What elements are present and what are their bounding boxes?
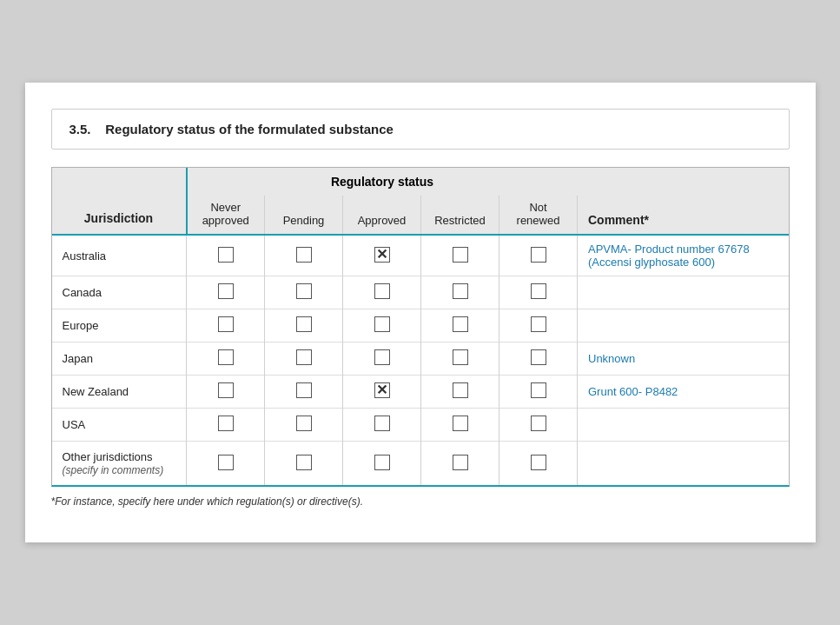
checkbox-not-renewed[interactable] (531, 416, 546, 431)
section-number: 3.5. (69, 122, 91, 136)
cell-jurisdiction: Japan (52, 342, 187, 376)
checkbox-pending[interactable] (296, 316, 312, 332)
section-title-text: Regulatory status of the formulated subs… (105, 122, 394, 136)
cell-pending[interactable] (265, 342, 343, 376)
cell-approved[interactable] (343, 235, 421, 276)
checkbox-pending[interactable] (296, 416, 312, 431)
checkbox-never-approved[interactable] (218, 382, 234, 398)
cell-restricted[interactable] (421, 376, 499, 409)
checkbox-never-approved[interactable] (218, 247, 234, 263)
checkbox-never-approved[interactable] (218, 416, 234, 431)
cell-not-renewed[interactable] (499, 376, 578, 409)
checkbox-restricted[interactable] (453, 455, 468, 470)
checkbox-not-renewed[interactable] (531, 455, 546, 470)
cell-not-renewed[interactable] (499, 342, 578, 376)
cell-comment (578, 309, 789, 342)
checkbox-restricted[interactable] (453, 247, 468, 263)
cell-approved[interactable] (343, 442, 421, 486)
checkbox-approved[interactable] (374, 416, 390, 431)
cell-restricted[interactable] (421, 309, 499, 342)
cell-comment: Grunt 600- P8482 (578, 376, 789, 409)
checkbox-never-approved[interactable] (218, 316, 234, 332)
checkbox-restricted[interactable] (453, 382, 468, 398)
checkbox-approved[interactable] (374, 283, 390, 299)
checkbox-never-approved[interactable] (218, 349, 234, 365)
cell-restricted[interactable] (421, 342, 499, 376)
page: 3.5. Regulatory status of the formulated… (25, 83, 816, 542)
checkbox-approved[interactable] (374, 247, 390, 263)
cell-approved[interactable] (343, 376, 421, 409)
checkbox-pending[interactable] (296, 247, 312, 263)
cell-never-approved[interactable] (187, 309, 265, 342)
checkbox-not-renewed[interactable] (531, 349, 546, 365)
checkbox-pending[interactable] (296, 349, 312, 365)
cell-not-renewed[interactable] (499, 309, 578, 342)
cell-not-renewed[interactable] (499, 409, 578, 442)
table-row: JapanUnknown (52, 342, 789, 376)
cell-never-approved[interactable] (187, 409, 265, 442)
cell-jurisdiction: Australia (52, 235, 187, 276)
checkbox-approved[interactable] (374, 316, 390, 332)
checkbox-pending[interactable] (296, 382, 312, 398)
footnote: *For instance, specify here under which … (51, 495, 790, 508)
cell-jurisdiction: Other jurisdictions(specify in comments) (52, 442, 187, 486)
cell-pending[interactable] (265, 409, 343, 442)
cell-comment (578, 442, 789, 486)
cell-approved[interactable] (343, 276, 421, 309)
cell-comment: APVMA- Product number 67678 (Accensi gly… (578, 235, 789, 276)
cell-comment (578, 276, 789, 309)
th-comment: Comment* (578, 168, 789, 235)
checkbox-pending[interactable] (296, 455, 312, 470)
checkbox-not-renewed[interactable] (531, 247, 546, 263)
table-row: Europe (52, 309, 789, 342)
th-regulatory-status-group: Regulatory status (187, 168, 578, 196)
cell-approved[interactable] (343, 309, 421, 342)
table-row: AustraliaAPVMA- Product number 67678 (Ac… (52, 235, 789, 276)
cell-pending[interactable] (265, 309, 343, 342)
cell-pending[interactable] (265, 442, 343, 486)
cell-never-approved[interactable] (187, 276, 265, 309)
cell-pending[interactable] (265, 235, 343, 276)
regulatory-table-container: Jurisdiction Regulatory status Comment* … (51, 167, 790, 487)
cell-restricted[interactable] (421, 442, 499, 486)
cell-restricted[interactable] (421, 235, 499, 276)
cell-not-renewed[interactable] (499, 276, 578, 309)
checkbox-not-renewed[interactable] (531, 316, 546, 332)
cell-never-approved[interactable] (187, 442, 265, 486)
cell-approved[interactable] (343, 342, 421, 376)
cell-jurisdiction: Europe (52, 309, 187, 342)
cell-never-approved[interactable] (187, 342, 265, 376)
cell-comment (578, 409, 789, 442)
cell-restricted[interactable] (421, 276, 499, 309)
cell-jurisdiction: New Zealand (52, 376, 187, 409)
cell-approved[interactable] (343, 409, 421, 442)
th-pending: Pending (265, 196, 343, 235)
cell-never-approved[interactable] (187, 376, 265, 409)
checkbox-not-renewed[interactable] (531, 283, 546, 299)
cell-pending[interactable] (265, 376, 343, 409)
checkbox-restricted[interactable] (453, 316, 468, 332)
cell-jurisdiction: USA (52, 409, 187, 442)
th-approved: Approved (343, 196, 421, 235)
cell-restricted[interactable] (421, 409, 499, 442)
table-row: Canada (52, 276, 789, 309)
checkbox-not-renewed[interactable] (531, 382, 546, 398)
th-never-approved: Never approved (187, 196, 265, 235)
cell-not-renewed[interactable] (499, 442, 578, 486)
cell-pending[interactable] (265, 276, 343, 309)
checkbox-approved[interactable] (374, 382, 390, 398)
checkbox-never-approved[interactable] (218, 455, 234, 470)
checkbox-restricted[interactable] (453, 416, 468, 431)
checkbox-restricted[interactable] (453, 283, 468, 299)
cell-jurisdiction: Canada (52, 276, 187, 309)
checkbox-approved[interactable] (374, 349, 390, 365)
checkbox-restricted[interactable] (453, 349, 468, 365)
cell-never-approved[interactable] (187, 235, 265, 276)
checkbox-approved[interactable] (374, 455, 390, 470)
th-restricted: Restricted (421, 196, 499, 235)
cell-not-renewed[interactable] (499, 235, 578, 276)
checkbox-never-approved[interactable] (218, 283, 234, 299)
th-jurisdiction: Jurisdiction (52, 168, 187, 235)
checkbox-pending[interactable] (296, 283, 312, 299)
table-row: New ZealandGrunt 600- P8482 (52, 376, 789, 409)
